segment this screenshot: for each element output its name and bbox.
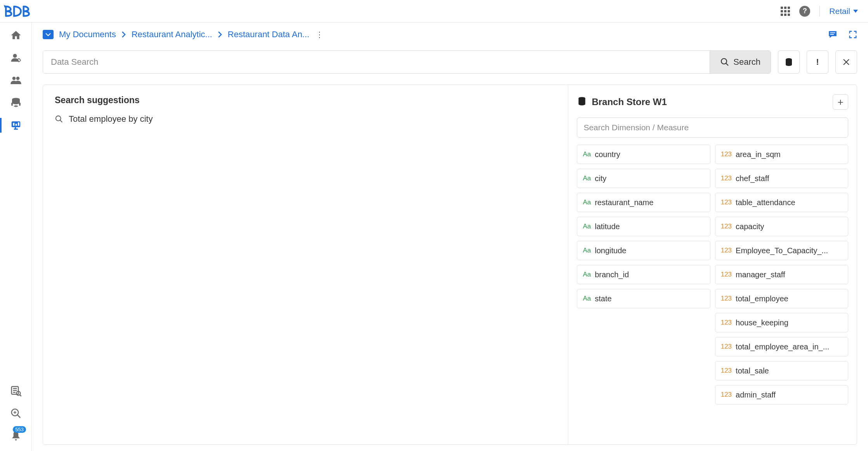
topbar: ? Retail xyxy=(0,0,868,22)
notification-badge: 553 xyxy=(13,426,26,433)
field-measure[interactable]: 123area_in_sqm xyxy=(715,145,848,164)
suggestions-title: Search suggestions xyxy=(55,95,556,105)
database-icon xyxy=(577,96,587,108)
field-measure[interactable]: 123total_employee xyxy=(715,289,848,308)
search-button[interactable]: Search xyxy=(710,51,771,73)
field-name: total_employee_area_in_... xyxy=(736,342,829,351)
type-badge-dim: Aa xyxy=(583,271,591,278)
chevron-down-icon xyxy=(853,10,858,13)
field-dimension[interactable]: Aacity xyxy=(577,169,710,188)
chevron-right-icon xyxy=(122,31,126,38)
type-badge-meas: 123 xyxy=(721,199,732,206)
field-name: latitude xyxy=(595,222,620,231)
apps-icon[interactable] xyxy=(781,7,790,16)
breadcrumb-item-1[interactable]: Restaurant Analytic... xyxy=(132,29,212,40)
suggestion-item[interactable]: Total employee by city xyxy=(55,114,556,124)
workspace-label: Retail xyxy=(829,7,850,16)
nav-data[interactable] xyxy=(0,97,31,109)
close-button[interactable] xyxy=(835,50,857,74)
type-badge-meas: 123 xyxy=(721,367,732,375)
field-measure[interactable]: 123table_attendance xyxy=(715,193,848,212)
svg-point-17 xyxy=(56,116,61,121)
field-measure[interactable]: 123capacity xyxy=(715,217,848,236)
breadcrumb-toggle[interactable] xyxy=(43,30,54,39)
nav-user-settings[interactable] xyxy=(0,52,31,64)
logo[interactable] xyxy=(4,0,45,22)
divider xyxy=(819,6,820,17)
field-name: total_sale xyxy=(736,366,769,375)
field-measure[interactable]: 123chef_staff xyxy=(715,169,848,188)
search-button-label: Search xyxy=(733,57,760,67)
workspace-select[interactable]: Retail xyxy=(829,7,858,16)
type-badge-dim: Aa xyxy=(583,223,591,230)
nav-search-history[interactable] xyxy=(0,385,31,397)
field-name: city xyxy=(595,174,606,183)
nav-advanced-search[interactable] xyxy=(0,408,31,419)
nav-notifications[interactable]: 553 xyxy=(0,430,31,442)
search-input[interactable] xyxy=(43,51,710,73)
svg-point-15 xyxy=(721,59,727,64)
svg-rect-14 xyxy=(830,34,834,35)
field-name: branch_id xyxy=(595,270,629,279)
field-dimension[interactable]: Aarestaurant_name xyxy=(577,193,710,212)
suggestions-pane: Search suggestions Total employee by cit… xyxy=(43,85,568,444)
field-name: total_employee xyxy=(736,294,788,303)
datasource-button[interactable] xyxy=(778,50,800,74)
field-measure[interactable]: 123total_employee_area_in_... xyxy=(715,337,848,356)
svg-point-4 xyxy=(16,77,19,80)
field-measure[interactable]: 123Employee_To_Capacity_... xyxy=(715,241,848,260)
nav-explore[interactable] xyxy=(0,119,31,131)
field-name: country xyxy=(595,150,620,159)
field-name: house_keeping xyxy=(736,318,788,327)
chevron-right-icon xyxy=(218,31,222,38)
breadcrumb-item-0[interactable]: My Documents xyxy=(59,29,116,40)
fullscreen-icon[interactable] xyxy=(849,30,857,39)
field-name: restaurant_name xyxy=(595,198,653,207)
field-measure[interactable]: 123house_keeping xyxy=(715,313,848,332)
alert-button[interactable]: ! xyxy=(807,50,828,74)
sidenav: 553 xyxy=(0,22,32,451)
field-name: capacity xyxy=(736,222,764,231)
svg-rect-13 xyxy=(830,33,835,33)
search-box: Search xyxy=(43,50,771,74)
measures-column: 123area_in_sqm 123chef_staff 123table_at… xyxy=(715,145,848,404)
type-badge-meas: 123 xyxy=(721,319,732,327)
field-name: area_in_sqm xyxy=(736,150,781,159)
content-panes: Search suggestions Total employee by cit… xyxy=(43,85,857,445)
datasource-pane: Branch Store W1 + Aacountry Aacity Aares… xyxy=(568,85,857,444)
nav-home[interactable] xyxy=(0,29,31,41)
field-dimension[interactable]: Aastate xyxy=(577,289,710,308)
field-name: manager_staff xyxy=(736,270,785,279)
field-dimension[interactable]: Aabranch_id xyxy=(577,265,710,284)
field-measure[interactable]: 123admin_staff xyxy=(715,385,848,404)
field-dimension[interactable]: Aacountry xyxy=(577,145,710,164)
svg-point-1 xyxy=(13,54,17,58)
field-dimension[interactable]: Aalongitude xyxy=(577,241,710,260)
breadcrumb-item-2[interactable]: Restaurant Data An... xyxy=(228,29,309,40)
svg-rect-7 xyxy=(13,123,14,126)
help-icon[interactable]: ? xyxy=(799,6,810,17)
type-badge-meas: 123 xyxy=(721,223,732,230)
field-name: state xyxy=(595,294,611,303)
type-badge-meas: 123 xyxy=(721,247,732,254)
type-badge-dim: Aa xyxy=(583,295,591,302)
field-name: Employee_To_Capacity_... xyxy=(736,246,828,255)
field-name: table_attendance xyxy=(736,198,795,207)
type-badge-meas: 123 xyxy=(721,343,732,351)
svg-rect-9 xyxy=(18,123,19,126)
dimensions-column: Aacountry Aacity Aarestaurant_name Aalat… xyxy=(577,145,710,404)
field-measure[interactable]: 123total_sale xyxy=(715,361,848,380)
field-measure[interactable]: 123manager_staff xyxy=(715,265,848,284)
breadcrumb: My Documents Restaurant Analytic... Rest… xyxy=(43,29,857,40)
type-badge-meas: 123 xyxy=(721,271,732,278)
type-badge-meas: 123 xyxy=(721,295,732,302)
search-row: Search ! xyxy=(43,50,857,74)
breadcrumb-more-icon[interactable]: ⋮ xyxy=(316,30,323,39)
add-datasource-button[interactable]: + xyxy=(833,94,848,110)
field-dimension[interactable]: Aalatitude xyxy=(577,217,710,236)
svg-point-3 xyxy=(12,77,16,80)
dimension-search-input[interactable] xyxy=(577,118,848,138)
suggestion-label: Total employee by city xyxy=(69,114,153,124)
comment-icon[interactable] xyxy=(828,29,838,40)
nav-groups[interactable] xyxy=(0,74,31,86)
